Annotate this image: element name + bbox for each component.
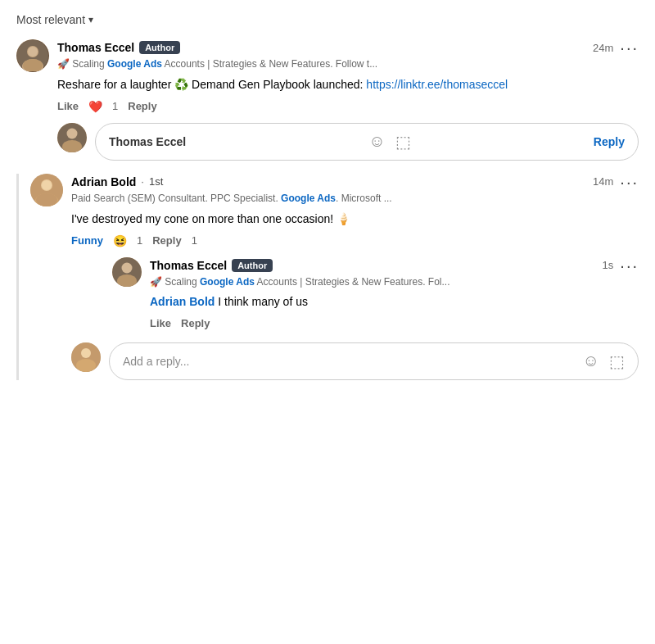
subtitle-bold: Google Ads [107, 58, 162, 70]
author-name-thomas-sub: Thomas Eccel [150, 259, 227, 272]
comment-link[interactable]: https://linktr.ee/thomaseccel [366, 78, 508, 91]
comment-adrian: Adrian Bold · 1st 14m ··· Paid Search (S… [30, 174, 639, 381]
sub-nested-section: Thomas Eccel Author 1s ··· 🚀 Scaling Goo… [112, 257, 639, 330]
comment-subtitle-adrian: Paid Search (SEM) Consultant. PPC Specia… [71, 192, 639, 206]
comment-text-thomas-sub: Adrian Bold I think many of us [150, 293, 639, 311]
comment-thomas-main: Thomas Eccel Author 24m ··· 🚀 Scaling Go… [16, 39, 639, 161]
author-name-adrian: Adrian Bold [71, 175, 136, 188]
sub-comment-text: I think many of us [215, 295, 308, 308]
svg-point-17 [81, 348, 91, 358]
more-options-button[interactable]: ··· [620, 39, 639, 56]
comment-subtitle-thomas: 🚀 Scaling Google Ads Accounts | Strategi… [57, 57, 639, 71]
author-badge-thomas-sub: Author [232, 259, 273, 272]
comment-body-thomas-sub: Thomas Eccel Author 1s ··· 🚀 Scaling Goo… [150, 257, 639, 330]
timestamp-thomas-sub: 1s [603, 259, 614, 271]
avatar-thomas [16, 39, 49, 72]
funny-emoji-icon: 😆 [113, 234, 127, 247]
emoji-icon[interactable]: ☺ [368, 132, 385, 152]
svg-point-18 [76, 359, 96, 372]
funny-count: 1 [137, 234, 142, 247]
add-reply-input[interactable]: Add a reply... ☺ ⬚ [109, 342, 639, 380]
comment-header-thomas-sub: Thomas Eccel Author 1s ··· [150, 257, 639, 274]
comment-thomas-sub: Thomas Eccel Author 1s ··· 🚀 Scaling Goo… [112, 257, 639, 330]
reply-input-icons: ☺ ⬚ [368, 132, 410, 152]
comment-meta-thomas-sub: Thomas Eccel Author [150, 259, 273, 272]
svg-point-6 [67, 128, 78, 138]
comment-header-adrian: Adrian Bold · 1st 14m ··· [71, 174, 639, 190]
secondary-comment-block: Adrian Bold · 1st 14m ··· Paid Search (S… [16, 174, 639, 381]
avatar-thomas-sub [112, 257, 142, 287]
reply-input-name: Thomas Eccel [109, 135, 186, 148]
author-name-thomas: Thomas Eccel [57, 41, 134, 54]
comment-actions-thomas-sub: Like Reply [150, 317, 639, 329]
connection-badge: 1st [149, 175, 163, 188]
add-reply-placeholder: Add a reply... [123, 355, 189, 368]
more-options-button-thomas-sub[interactable]: ··· [620, 257, 639, 274]
comment-actions-adrian: Funny 😆 1 Reply 1 [71, 234, 639, 247]
avatar-add-reply [71, 342, 101, 372]
comment-meta-adrian: Adrian Bold · 1st [71, 175, 163, 188]
svg-point-14 [122, 262, 133, 273]
add-reply-icons: ☺ ⬚ [583, 351, 625, 371]
image-icon[interactable]: ⬚ [395, 132, 411, 152]
reply-submit-button[interactable]: Reply [594, 135, 625, 148]
sort-bar[interactable]: Most relevant ▾ [16, 13, 639, 26]
svg-point-12 [36, 193, 57, 206]
reply-button[interactable]: Reply [128, 100, 156, 112]
like-button-sub[interactable]: Like [150, 317, 171, 329]
timestamp-adrian: 14m [593, 175, 613, 188]
like-button[interactable]: Like [57, 100, 79, 112]
reply-button-sub[interactable]: Reply [181, 317, 210, 329]
avatar-image [17, 40, 48, 71]
add-reply-box: Add a reply... ☺ ⬚ [71, 342, 639, 380]
comment-subtitle-thomas-sub: 🚀 Scaling Google Ads Accounts | Strategi… [150, 275, 639, 289]
comment-header: Thomas Eccel Author 24m ··· [57, 39, 639, 56]
heart-count: 1 [112, 100, 118, 112]
reply-count-adrian: 1 [192, 234, 197, 247]
header-right-adrian: 14m ··· [593, 174, 639, 190]
sort-label: Most relevant [16, 13, 85, 26]
comment-text-thomas: Reshare for a laughter ♻️ Demand Gen Pla… [57, 76, 639, 93]
comment-meta: Thomas Eccel Author [57, 41, 180, 54]
add-reply-image-icon[interactable]: ⬚ [609, 351, 625, 371]
reply-input-box[interactable]: Thomas Eccel ☺ ⬚ Reply [95, 123, 639, 161]
author-badge-thomas: Author [139, 41, 180, 54]
comment-body-thomas: Thomas Eccel Author 24m ··· 🚀 Scaling Go… [57, 39, 639, 161]
avatar-adrian [30, 174, 63, 206]
avatar-reply-thomas [57, 123, 87, 152]
mention-link[interactable]: Adrian Bold [150, 295, 215, 308]
svg-point-3 [28, 47, 38, 57]
sort-chevron-icon: ▾ [88, 14, 93, 25]
funny-button[interactable]: Funny [71, 234, 103, 247]
header-right: 24m ··· [593, 39, 639, 56]
svg-point-11 [42, 180, 52, 190]
heart-reaction-icon: ❤️ [88, 100, 102, 113]
comment-text-adrian: I've destroyed my cone on more than one … [71, 211, 639, 228]
timestamp-thomas: 24m [593, 42, 613, 54]
nested-section: Adrian Bold · 1st 14m ··· Paid Search (S… [16, 174, 639, 381]
add-reply-emoji-icon[interactable]: ☺ [583, 351, 599, 371]
reply-box-thomas: Thomas Eccel ☺ ⬚ Reply [57, 123, 639, 161]
comment-body-adrian: Adrian Bold · 1st 14m ··· Paid Search (S… [71, 174, 639, 381]
more-options-button-adrian[interactable]: ··· [620, 174, 639, 190]
reply-button-adrian[interactable]: Reply [152, 234, 181, 247]
comment-actions-thomas: Like ❤️ 1 Reply [57, 100, 639, 113]
